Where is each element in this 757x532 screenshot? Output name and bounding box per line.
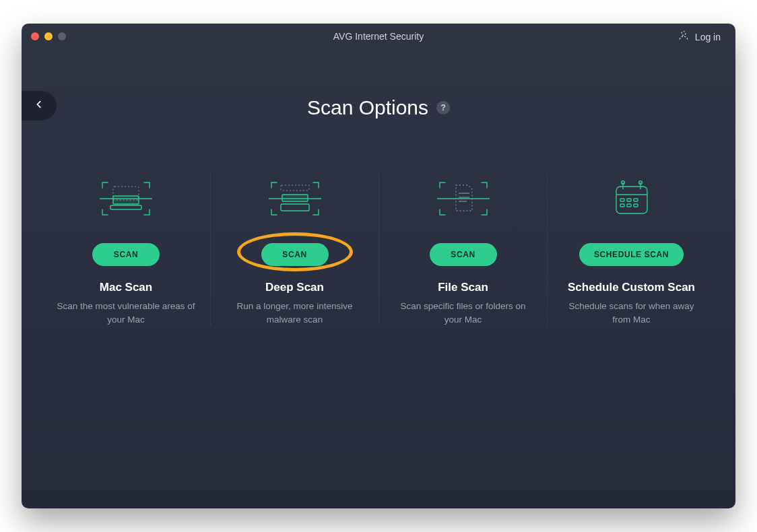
scan-mac-icon [96,173,156,224]
svg-rect-19 [620,199,624,201]
window-controls [31,32,66,40]
page-title: Scan Options [307,96,428,119]
mac-scan-button[interactable]: SCAN [92,243,160,266]
maximize-window-button[interactable] [58,32,66,40]
svg-rect-2 [113,196,139,204]
chevron-left-icon [34,100,44,112]
option-description: Schedule scans for when away from Mac [562,300,700,326]
option-title: Deep Scan [265,281,324,294]
login-button[interactable]: Log in [678,30,721,44]
svg-rect-22 [620,204,624,207]
schedule-scan-button[interactable]: SCHEDULE SCAN [579,243,684,266]
file-scan-button[interactable]: SCAN [430,243,497,266]
option-mac-scan: SCAN Mac Scan Scan the most vulnerable a… [42,173,210,326]
scan-file-icon [433,173,494,224]
help-button[interactable]: ? [436,101,450,114]
app-title: AVG Internet Security [333,31,424,42]
page-title-row: Scan Options ? [22,96,735,119]
svg-rect-24 [634,204,638,207]
back-button[interactable] [22,91,57,121]
login-label: Log in [695,31,721,42]
scan-options-row: SCAN Mac Scan Scan the most vulnerable a… [22,173,735,326]
user-dashed-icon [678,30,690,44]
scan-deep-icon [265,173,325,224]
title-bar: AVG Internet Security Log in [22,24,735,49]
svg-point-0 [682,32,686,36]
svg-rect-6 [282,195,308,201]
svg-rect-5 [281,185,309,191]
option-title: Mac Scan [100,281,152,294]
svg-rect-7 [281,204,309,211]
schedule-scan-icon [601,173,662,224]
option-description: Scan the most vulnerable areas of your M… [57,300,195,326]
svg-rect-21 [634,199,638,201]
option-title: File Scan [438,281,488,294]
svg-rect-13 [616,187,647,213]
app-window: AVG Internet Security Log in Scan Option… [22,24,735,508]
option-description: Run a longer, more intensive malware sca… [226,300,364,326]
option-title: Schedule Custom Scan [568,281,695,294]
svg-rect-20 [627,199,631,201]
minimize-window-button[interactable] [44,32,53,40]
close-window-button[interactable] [31,32,39,40]
deep-scan-button[interactable]: SCAN [261,243,329,266]
option-schedule-scan: SCHEDULE SCAN Schedule Custom Scan Sched… [547,173,715,326]
svg-rect-23 [627,204,631,207]
option-description: Scan specific files or folders on your M… [394,300,532,326]
option-deep-scan: SCAN Deep Scan Run a longer, more intens… [210,173,378,326]
option-file-scan: SCAN File Scan Scan specific files or fo… [378,173,547,326]
svg-rect-3 [110,205,141,209]
